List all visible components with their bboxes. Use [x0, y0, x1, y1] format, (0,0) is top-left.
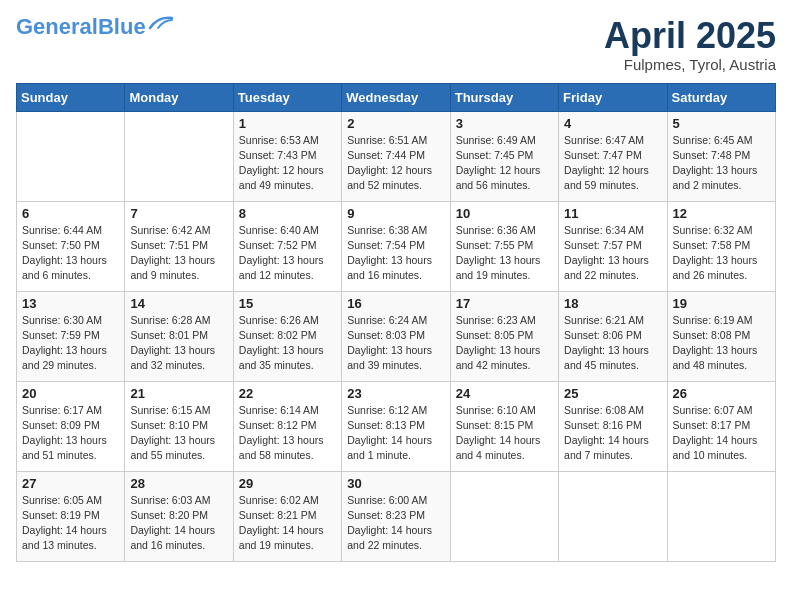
day-info: Sunrise: 6:44 AM Sunset: 7:50 PM Dayligh…: [22, 223, 119, 284]
calendar-week-row: 1Sunrise: 6:53 AM Sunset: 7:43 PM Daylig…: [17, 111, 776, 201]
calendar-cell: [667, 471, 775, 561]
logo-text: GeneralBlue: [16, 16, 146, 38]
calendar-week-row: 6Sunrise: 6:44 AM Sunset: 7:50 PM Daylig…: [17, 201, 776, 291]
day-info: Sunrise: 6:15 AM Sunset: 8:10 PM Dayligh…: [130, 403, 227, 464]
calendar-week-row: 27Sunrise: 6:05 AM Sunset: 8:19 PM Dayli…: [17, 471, 776, 561]
day-number: 25: [564, 386, 661, 401]
weekday-header: Sunday: [17, 83, 125, 111]
calendar-cell: 17Sunrise: 6:23 AM Sunset: 8:05 PM Dayli…: [450, 291, 558, 381]
weekday-header: Tuesday: [233, 83, 341, 111]
title-area: April 2025 Fulpmes, Tyrol, Austria: [604, 16, 776, 73]
calendar-cell: 23Sunrise: 6:12 AM Sunset: 8:13 PM Dayli…: [342, 381, 450, 471]
day-number: 12: [673, 206, 770, 221]
day-info: Sunrise: 6:21 AM Sunset: 8:06 PM Dayligh…: [564, 313, 661, 374]
day-info: Sunrise: 6:28 AM Sunset: 8:01 PM Dayligh…: [130, 313, 227, 374]
day-number: 3: [456, 116, 553, 131]
day-info: Sunrise: 6:47 AM Sunset: 7:47 PM Dayligh…: [564, 133, 661, 194]
day-number: 24: [456, 386, 553, 401]
calendar-cell: 2Sunrise: 6:51 AM Sunset: 7:44 PM Daylig…: [342, 111, 450, 201]
day-info: Sunrise: 6:05 AM Sunset: 8:19 PM Dayligh…: [22, 493, 119, 554]
day-number: 27: [22, 476, 119, 491]
day-info: Sunrise: 6:36 AM Sunset: 7:55 PM Dayligh…: [456, 223, 553, 284]
day-info: Sunrise: 6:19 AM Sunset: 8:08 PM Dayligh…: [673, 313, 770, 374]
day-number: 20: [22, 386, 119, 401]
day-info: Sunrise: 6:07 AM Sunset: 8:17 PM Dayligh…: [673, 403, 770, 464]
calendar-cell: 20Sunrise: 6:17 AM Sunset: 8:09 PM Dayli…: [17, 381, 125, 471]
day-info: Sunrise: 6:00 AM Sunset: 8:23 PM Dayligh…: [347, 493, 444, 554]
calendar-cell: 10Sunrise: 6:36 AM Sunset: 7:55 PM Dayli…: [450, 201, 558, 291]
day-number: 7: [130, 206, 227, 221]
day-info: Sunrise: 6:45 AM Sunset: 7:48 PM Dayligh…: [673, 133, 770, 194]
calendar-cell: [125, 111, 233, 201]
day-info: Sunrise: 6:08 AM Sunset: 8:16 PM Dayligh…: [564, 403, 661, 464]
weekday-header: Thursday: [450, 83, 558, 111]
weekday-header: Saturday: [667, 83, 775, 111]
day-info: Sunrise: 6:34 AM Sunset: 7:57 PM Dayligh…: [564, 223, 661, 284]
calendar-cell: 6Sunrise: 6:44 AM Sunset: 7:50 PM Daylig…: [17, 201, 125, 291]
calendar-cell: 4Sunrise: 6:47 AM Sunset: 7:47 PM Daylig…: [559, 111, 667, 201]
calendar-cell: 9Sunrise: 6:38 AM Sunset: 7:54 PM Daylig…: [342, 201, 450, 291]
calendar-cell: 7Sunrise: 6:42 AM Sunset: 7:51 PM Daylig…: [125, 201, 233, 291]
calendar-cell: 13Sunrise: 6:30 AM Sunset: 7:59 PM Dayli…: [17, 291, 125, 381]
day-number: 13: [22, 296, 119, 311]
day-info: Sunrise: 6:24 AM Sunset: 8:03 PM Dayligh…: [347, 313, 444, 374]
day-info: Sunrise: 6:26 AM Sunset: 8:02 PM Dayligh…: [239, 313, 336, 374]
day-number: 22: [239, 386, 336, 401]
calendar-cell: 28Sunrise: 6:03 AM Sunset: 8:20 PM Dayli…: [125, 471, 233, 561]
calendar-cell: 26Sunrise: 6:07 AM Sunset: 8:17 PM Dayli…: [667, 381, 775, 471]
day-info: Sunrise: 6:53 AM Sunset: 7:43 PM Dayligh…: [239, 133, 336, 194]
calendar-cell: 30Sunrise: 6:00 AM Sunset: 8:23 PM Dayli…: [342, 471, 450, 561]
calendar-cell: 29Sunrise: 6:02 AM Sunset: 8:21 PM Dayli…: [233, 471, 341, 561]
day-info: Sunrise: 6:17 AM Sunset: 8:09 PM Dayligh…: [22, 403, 119, 464]
logo-wing-icon: [148, 14, 174, 32]
day-number: 29: [239, 476, 336, 491]
calendar-cell: 22Sunrise: 6:14 AM Sunset: 8:12 PM Dayli…: [233, 381, 341, 471]
day-info: Sunrise: 6:42 AM Sunset: 7:51 PM Dayligh…: [130, 223, 227, 284]
header: GeneralBlue April 2025 Fulpmes, Tyrol, A…: [16, 16, 776, 73]
calendar-cell: 25Sunrise: 6:08 AM Sunset: 8:16 PM Dayli…: [559, 381, 667, 471]
day-number: 23: [347, 386, 444, 401]
calendar-week-row: 13Sunrise: 6:30 AM Sunset: 7:59 PM Dayli…: [17, 291, 776, 381]
day-number: 4: [564, 116, 661, 131]
location: Fulpmes, Tyrol, Austria: [604, 56, 776, 73]
day-number: 16: [347, 296, 444, 311]
day-info: Sunrise: 6:40 AM Sunset: 7:52 PM Dayligh…: [239, 223, 336, 284]
calendar-cell: [450, 471, 558, 561]
day-number: 9: [347, 206, 444, 221]
day-info: Sunrise: 6:12 AM Sunset: 8:13 PM Dayligh…: [347, 403, 444, 464]
calendar-cell: 16Sunrise: 6:24 AM Sunset: 8:03 PM Dayli…: [342, 291, 450, 381]
calendar-week-row: 20Sunrise: 6:17 AM Sunset: 8:09 PM Dayli…: [17, 381, 776, 471]
day-info: Sunrise: 6:30 AM Sunset: 7:59 PM Dayligh…: [22, 313, 119, 374]
calendar-table: SundayMondayTuesdayWednesdayThursdayFrid…: [16, 83, 776, 562]
calendar-cell: 19Sunrise: 6:19 AM Sunset: 8:08 PM Dayli…: [667, 291, 775, 381]
calendar-cell: 3Sunrise: 6:49 AM Sunset: 7:45 PM Daylig…: [450, 111, 558, 201]
calendar-cell: 15Sunrise: 6:26 AM Sunset: 8:02 PM Dayli…: [233, 291, 341, 381]
day-info: Sunrise: 6:51 AM Sunset: 7:44 PM Dayligh…: [347, 133, 444, 194]
day-info: Sunrise: 6:02 AM Sunset: 8:21 PM Dayligh…: [239, 493, 336, 554]
calendar-cell: 11Sunrise: 6:34 AM Sunset: 7:57 PM Dayli…: [559, 201, 667, 291]
calendar-cell: 18Sunrise: 6:21 AM Sunset: 8:06 PM Dayli…: [559, 291, 667, 381]
day-number: 1: [239, 116, 336, 131]
day-info: Sunrise: 6:14 AM Sunset: 8:12 PM Dayligh…: [239, 403, 336, 464]
day-info: Sunrise: 6:10 AM Sunset: 8:15 PM Dayligh…: [456, 403, 553, 464]
calendar-cell: 24Sunrise: 6:10 AM Sunset: 8:15 PM Dayli…: [450, 381, 558, 471]
day-info: Sunrise: 6:32 AM Sunset: 7:58 PM Dayligh…: [673, 223, 770, 284]
calendar-cell: 12Sunrise: 6:32 AM Sunset: 7:58 PM Dayli…: [667, 201, 775, 291]
day-number: 14: [130, 296, 227, 311]
day-number: 2: [347, 116, 444, 131]
day-number: 10: [456, 206, 553, 221]
day-number: 17: [456, 296, 553, 311]
day-number: 21: [130, 386, 227, 401]
day-number: 30: [347, 476, 444, 491]
day-info: Sunrise: 6:49 AM Sunset: 7:45 PM Dayligh…: [456, 133, 553, 194]
month-title: April 2025: [604, 16, 776, 56]
day-number: 15: [239, 296, 336, 311]
calendar-cell: [17, 111, 125, 201]
day-number: 5: [673, 116, 770, 131]
calendar-cell: 1Sunrise: 6:53 AM Sunset: 7:43 PM Daylig…: [233, 111, 341, 201]
calendar-cell: [559, 471, 667, 561]
day-number: 6: [22, 206, 119, 221]
weekday-header: Wednesday: [342, 83, 450, 111]
day-number: 18: [564, 296, 661, 311]
day-info: Sunrise: 6:23 AM Sunset: 8:05 PM Dayligh…: [456, 313, 553, 374]
